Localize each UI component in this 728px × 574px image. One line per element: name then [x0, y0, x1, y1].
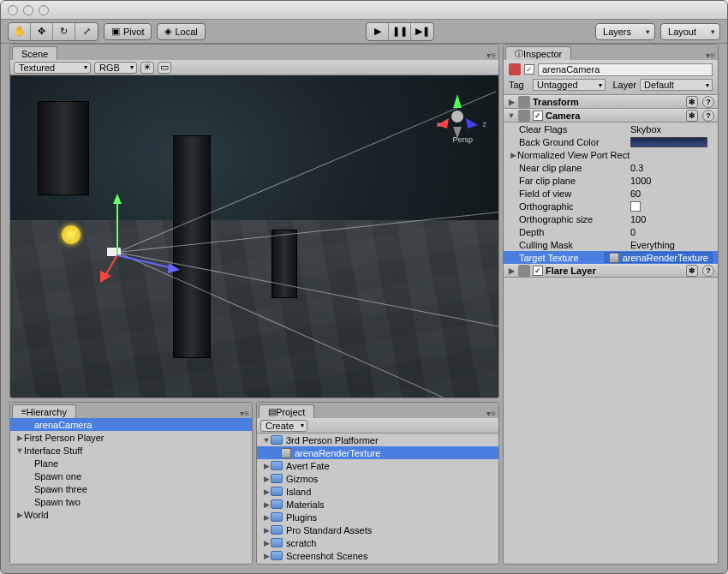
minimize-window-icon[interactable] [23, 5, 33, 15]
component-enabled-checkbox[interactable]: ✓ [533, 111, 543, 121]
disclosure-triangle-icon[interactable]: ▶ [509, 151, 517, 159]
project-tree[interactable]: ▼3rd Person PlatformerarenaRenderTexture… [257, 433, 498, 564]
disclosure-triangle-icon[interactable]: ▶ [507, 266, 516, 275]
project-item[interactable]: ▶Avert Fate [257, 459, 498, 472]
hierarchy-item[interactable]: ▶World [10, 508, 252, 521]
tab-project[interactable]: ▤ Project [259, 404, 314, 418]
tab-scene[interactable]: Scene [12, 46, 57, 60]
component-help-icon[interactable]: ? [702, 96, 714, 108]
project-item[interactable]: ▶Screenshot Tools [257, 562, 498, 564]
transform-tools-group: ✋ ✥ ↻ ⤢ [8, 22, 98, 41]
disclosure-triangle-icon[interactable]: ▼ [507, 111, 516, 120]
gameobject-active-checkbox[interactable]: ✓ [524, 64, 534, 75]
zoom-window-icon[interactable] [39, 5, 49, 15]
hand-tool-button[interactable]: ✋ [9, 23, 31, 40]
disclosure-triangle-icon[interactable]: ▶ [262, 552, 271, 560]
component-enabled-checkbox[interactable]: ✓ [533, 266, 543, 276]
layer-label: Layer [609, 80, 636, 90]
component-settings-gear-icon[interactable]: ✻ [686, 110, 698, 122]
color-swatch[interactable] [630, 137, 707, 147]
project-create-dropdown[interactable]: Create [260, 420, 307, 432]
tag-dropdown[interactable]: Untagged [533, 79, 606, 91]
project-panel-menu-icon[interactable]: ▾≡ [486, 409, 496, 418]
pause-button[interactable]: ❚❚ [389, 23, 411, 40]
rotate-tool-button[interactable]: ↻ [53, 23, 75, 40]
gameobject-cube-icon [509, 63, 521, 75]
close-window-icon[interactable] [8, 5, 18, 15]
disclosure-triangle-icon[interactable]: ▶ [262, 487, 271, 496]
disclosure-triangle-icon[interactable]: ▶ [262, 513, 271, 522]
step-button[interactable]: ▶❚ [411, 23, 433, 40]
folder-icon [271, 487, 283, 496]
move-tool-button[interactable]: ✥ [31, 23, 53, 40]
disclosure-triangle-icon[interactable]: ▼ [262, 436, 271, 445]
local-toggle-button[interactable]: ◈ Local [157, 23, 205, 40]
property-value[interactable]: Everything [630, 240, 713, 250]
hierarchy-item[interactable]: Spawn three [10, 482, 252, 495]
pivot-toggle-button[interactable]: ▣ Pivot [104, 23, 152, 40]
project-item[interactable]: ▶Screenshot Scenes [257, 549, 498, 562]
scene-panel-menu-icon[interactable]: ▾≡ [486, 51, 496, 60]
project-item[interactable]: ▶Pro Standard Assets [257, 523, 498, 536]
svg-marker-8 [466, 118, 478, 129]
component-help-icon[interactable]: ? [702, 265, 714, 277]
component-settings-gear-icon[interactable]: ✻ [686, 96, 698, 108]
project-item[interactable]: arenaRenderTexture [257, 446, 498, 459]
component-header[interactable]: ▶Transform✻? [504, 95, 718, 109]
hierarchy-item[interactable]: Spawn two [10, 495, 252, 508]
gameobject-name-field[interactable] [538, 63, 713, 76]
component-help-icon[interactable]: ? [702, 110, 714, 122]
component-settings-gear-icon[interactable]: ✻ [686, 265, 698, 277]
hierarchy-item[interactable]: Spawn one [10, 469, 252, 482]
inspector-panel-menu-icon[interactable]: ▾≡ [706, 51, 715, 60]
property-value[interactable]: Skybox [630, 124, 713, 135]
property-value[interactable]: 1000 [630, 176, 713, 186]
disclosure-triangle-icon[interactable]: ▶ [507, 98, 516, 106]
project-panel: ▤ Project ▾≡ Create ▼3rd Person Platform… [256, 402, 499, 565]
hierarchy-item[interactable]: ▼Interface Stuff [10, 444, 252, 457]
property-value[interactable]: 60 [630, 188, 713, 199]
color-mode-dropdown[interactable]: RGB [94, 62, 137, 74]
gizmo-projection-label: Persp [452, 135, 473, 144]
scene-viewport[interactable]: Persp x z [10, 75, 498, 398]
project-item[interactable]: ▼3rd Person Platformer [257, 433, 498, 446]
project-item[interactable]: ▶scratch [257, 536, 498, 549]
disclosure-triangle-icon[interactable]: ▼ [15, 446, 24, 455]
property-checkbox[interactable] [630, 201, 641, 212]
tab-inspector[interactable]: ⓘ Inspector [505, 46, 571, 60]
hierarchy-item[interactable]: arenaCamera [10, 418, 252, 431]
orientation-gizmo-icon[interactable] [432, 91, 483, 142]
scene-fx-toggle[interactable]: ▭ [158, 62, 171, 74]
layout-dropdown[interactable]: Layout [660, 23, 720, 40]
property-value[interactable]: 0 [630, 227, 713, 237]
scene-light-toggle[interactable]: ☀ [140, 62, 154, 74]
hierarchy-item[interactable]: Plane [10, 457, 252, 469]
project-item-label: scratch [286, 538, 316, 548]
layer-dropdown[interactable]: Default [640, 79, 713, 91]
disclosure-triangle-icon[interactable]: ▶ [262, 500, 271, 509]
tab-hierarchy[interactable]: ≡ Hierarchy [12, 404, 76, 418]
property-value[interactable]: 0.3 [630, 163, 713, 173]
play-button[interactable]: ▶ [367, 23, 389, 40]
scale-tool-button[interactable]: ⤢ [75, 23, 98, 40]
component-header[interactable]: ▼✓Camera✻? [504, 109, 718, 123]
component-header[interactable]: ▶✓Flare Layer✻? [504, 264, 718, 278]
render-mode-dropdown[interactable]: Textured [14, 62, 91, 74]
disclosure-triangle-icon[interactable]: ▶ [15, 433, 24, 442]
project-item[interactable]: ▶Plugins [257, 511, 498, 523]
hierarchy-panel-menu-icon[interactable]: ▾≡ [240, 409, 249, 418]
project-item[interactable]: ▶Materials [257, 498, 498, 511]
project-item[interactable]: ▶Gizmos [257, 472, 498, 485]
hierarchy-item[interactable]: ▶First Person Player [10, 431, 252, 444]
hierarchy-tree[interactable]: arenaCamera▶First Person Player▼Interfac… [10, 418, 252, 564]
disclosure-triangle-icon[interactable]: ▶ [262, 539, 271, 547]
disclosure-triangle-icon[interactable]: ▶ [15, 511, 24, 519]
object-reference-field[interactable]: arenaRenderTexture [605, 252, 713, 263]
folder-icon [271, 512, 283, 522]
layers-dropdown[interactable]: Layers [595, 23, 655, 40]
disclosure-triangle-icon[interactable]: ▶ [262, 462, 271, 470]
project-item[interactable]: ▶Island [257, 485, 498, 498]
disclosure-triangle-icon[interactable]: ▶ [262, 475, 271, 483]
property-value[interactable]: 100 [630, 214, 713, 224]
disclosure-triangle-icon[interactable]: ▶ [262, 526, 271, 535]
